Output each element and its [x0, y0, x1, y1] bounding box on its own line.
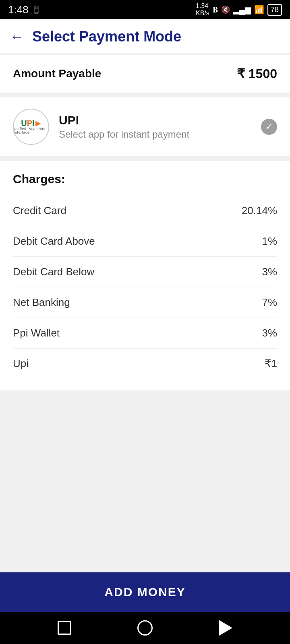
wifi-icon: 📶	[254, 5, 264, 14]
back-button[interactable]: ←	[10, 29, 24, 44]
charge-row: Net Banking 7%	[13, 287, 277, 318]
charge-row: Upi ₹1	[13, 349, 277, 379]
charge-value: ₹1	[265, 357, 277, 370]
mute-icon: 🔇	[221, 5, 230, 14]
nav-back-button[interactable]	[217, 619, 234, 637]
square-icon	[58, 621, 71, 635]
upi-title: UPI	[59, 114, 251, 127]
charge-row: Debit Card Above 1%	[13, 226, 277, 257]
charges-list: Credit Card 20.14% Debit Card Above 1% D…	[13, 196, 277, 379]
charge-name: Debit Card Below	[13, 266, 94, 278]
status-bar-right: 1.34KB/s 𝐁 🔇 ▂▄▆ 📶 78	[196, 2, 282, 17]
charge-row: Debit Card Below 3%	[13, 257, 277, 287]
charge-name: Net Banking	[13, 296, 70, 309]
data-speed: 1.34KB/s	[196, 2, 209, 17]
nav-home-button[interactable]	[136, 619, 154, 637]
signal-icon: ▂▄▆	[233, 5, 251, 14]
upi-section[interactable]: U P I ▶ Unified Payments Interface UPI S…	[0, 97, 290, 156]
bluetooth-icon: 𝐁	[213, 5, 218, 14]
charge-name: Debit Card Above	[13, 235, 95, 248]
upi-p-letter: P	[27, 119, 32, 127]
charge-value: 7%	[262, 296, 277, 309]
add-money-button[interactable]: ADD MONEY	[0, 572, 290, 612]
page-title: Select Payment Mode	[32, 28, 181, 45]
charge-row: Ppi Wallet 3%	[13, 318, 277, 349]
upi-arrow: ▶	[35, 120, 41, 127]
upi-subtitle: Select app for instant payment	[59, 129, 251, 140]
status-bar: 1:48 📱 1.34KB/s 𝐁 🔇 ▂▄▆ 📶 78	[0, 0, 290, 19]
upi-logo: U P I ▶ Unified Payments Interface	[13, 109, 49, 145]
header: ← Select Payment Mode	[0, 19, 290, 54]
upi-text-row: U P I ▶	[21, 119, 41, 127]
circle-icon	[137, 620, 153, 636]
amount-label: Amount Payable	[13, 67, 101, 80]
charge-value: 3%	[262, 266, 277, 278]
charges-section: Charges: Credit Card 20.14% Debit Card A…	[0, 161, 290, 390]
mi-icon: 📱	[32, 5, 41, 14]
status-time: 1:48	[8, 4, 29, 16]
charge-name: Ppi Wallet	[13, 327, 60, 339]
charges-title: Charges:	[13, 172, 277, 186]
checkmark: ✓	[265, 122, 273, 132]
nav-square-button[interactable]	[56, 619, 73, 637]
upi-u-letter: U	[21, 119, 27, 127]
charge-name: Upi	[13, 357, 29, 370]
battery-indicator: 78	[267, 4, 282, 16]
charge-name: Credit Card	[13, 204, 66, 217]
upi-check-icon: ✓	[261, 119, 277, 135]
upi-i-letter: I	[32, 119, 35, 127]
charge-value: 1%	[262, 235, 277, 248]
triangle-icon	[219, 620, 232, 636]
amount-section: Amount Payable ₹ 1500	[0, 55, 290, 93]
charge-value: 20.14%	[242, 204, 277, 217]
content-spacer	[0, 390, 290, 572]
nav-bar	[0, 612, 290, 644]
status-bar-left: 1:48 📱	[8, 4, 41, 16]
charge-row: Credit Card 20.14%	[13, 196, 277, 226]
upi-info: UPI Select app for instant payment	[59, 114, 251, 140]
upi-bottom-text: Unified Payments Interface	[14, 127, 48, 134]
charge-value: 3%	[262, 327, 277, 339]
upi-logo-inner: U P I ▶ Unified Payments Interface	[14, 119, 48, 134]
amount-value: ₹ 1500	[237, 66, 277, 81]
